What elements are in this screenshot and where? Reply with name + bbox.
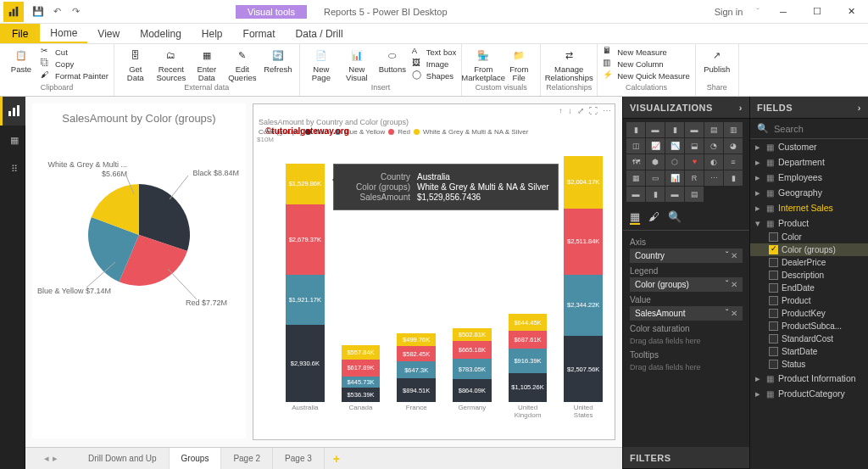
bar-chart-visual[interactable]: ↑ ↓ ⤢ ⛶ ⋯ SalesAmount by Country and Col…	[253, 103, 615, 440]
field-row[interactable]: ProductKey	[750, 307, 868, 320]
new-visual-button[interactable]: 📊New Visual	[341, 46, 373, 81]
recent-sources-button[interactable]: 🗂Recent Sources	[155, 46, 187, 81]
manage-relationships-button[interactable]: ⇄Manage Relationships	[553, 46, 585, 81]
visual-type-button[interactable]: 🔻	[685, 154, 704, 170]
visual-type-button[interactable]: ▮	[626, 122, 645, 137]
visual-type-button[interactable]: R	[685, 170, 704, 186]
field-row[interactable]: Description	[750, 269, 868, 282]
report-canvas[interactable]: SalesAmount by Color (groups) White & Gr…	[25, 97, 622, 469]
image-button[interactable]: 🖼Image	[412, 58, 456, 70]
remove-icon[interactable]: ✕	[731, 280, 737, 289]
visual-type-button[interactable]: ▮	[646, 187, 665, 202]
page-tab[interactable]: Page 2	[221, 448, 273, 470]
bar-segment[interactable]: $1,529.86K	[286, 164, 325, 204]
field-row[interactable]: Product	[750, 294, 868, 307]
visual-type-button[interactable]: ≡	[724, 154, 743, 170]
filters-header[interactable]: FILTERS	[630, 453, 671, 463]
bar-column[interactable]: $864.09K$783.05K$665.18K$502.81K	[453, 328, 492, 402]
field-row[interactable]: Color (groups)	[750, 243, 868, 256]
bar-column[interactable]: $2,507.56K$2,344.22K$2,511.84K$2,004.17K	[564, 156, 603, 402]
bar-segment[interactable]: $1,105.26K	[509, 373, 548, 402]
bar-segment[interactable]: $644.45K	[509, 314, 548, 331]
field-row[interactable]: Color	[750, 231, 868, 243]
checkbox[interactable]	[769, 271, 778, 280]
visual-type-button[interactable]: ▦	[626, 170, 645, 186]
table-row[interactable]: ▸▦Internet Sales	[750, 200, 868, 215]
bar-segment[interactable]: $2,507.56K	[564, 336, 603, 402]
edit-queries-button[interactable]: ✎Edit Queries	[226, 46, 259, 81]
visual-type-button[interactable]: ▥	[724, 122, 743, 137]
page-tab[interactable]: Groups	[170, 448, 222, 470]
file-menu[interactable]: File	[0, 24, 40, 43]
buttons-button[interactable]: ⬭Buttons	[376, 46, 409, 74]
field-row[interactable]: DealerPrice	[750, 256, 868, 269]
page-tab[interactable]: Drill Down and Up	[76, 448, 170, 470]
more-options-icon[interactable]: ⋯	[603, 106, 611, 114]
field-row[interactable]: EndDate	[750, 282, 868, 294]
remove-icon[interactable]: ✕	[731, 309, 737, 318]
visual-type-button[interactable]: ⬓	[685, 138, 704, 154]
shapes-button[interactable]: ◯Shapes	[412, 70, 456, 81]
pie-chart-visual[interactable]: SalesAmount by Color (groups) White & Gr…	[32, 103, 246, 438]
drill-mode-icon[interactable]: ↓	[568, 106, 572, 114]
bar-segment[interactable]: $557.84K	[342, 345, 381, 360]
table-row[interactable]: ▸▦Employees	[750, 170, 868, 185]
bar-segment[interactable]: $665.18K	[453, 341, 492, 359]
redo-icon[interactable]: ↷	[68, 4, 83, 20]
table-row[interactable]: ▸▦Customer	[750, 139, 868, 154]
value-chip[interactable]: SalesAmountˇ ✕	[630, 306, 743, 321]
checkbox[interactable]	[769, 360, 778, 369]
paste-button[interactable]: 📋Paste	[5, 46, 37, 74]
checkbox[interactable]	[769, 283, 778, 293]
bar-segment[interactable]: $502.81K	[453, 328, 492, 342]
new-page-button[interactable]: 📄New Page	[305, 46, 337, 81]
legend-chip[interactable]: Color (groups)ˇ ✕	[630, 277, 743, 292]
analytics-tab-icon[interactable]: 🔍	[668, 210, 682, 225]
visual-type-button[interactable]: ▬	[685, 122, 704, 137]
checkbox[interactable]	[769, 334, 778, 343]
visual-type-button[interactable]: ⬢	[646, 154, 665, 170]
tab-view[interactable]: View	[87, 24, 130, 43]
focus-mode-icon[interactable]: ⛶	[589, 106, 598, 114]
tab-data-drill[interactable]: Data / Drill	[286, 24, 353, 43]
bar-column[interactable]: $2,930.6K$1,921.17K$2,679.37K$1,529.86K	[286, 164, 325, 402]
visual-type-button[interactable]: ▭	[646, 170, 665, 186]
visual-type-button[interactable]: ▤	[685, 187, 704, 202]
bar-column[interactable]: $536.39K$445.73K$617.89K$557.84K	[342, 345, 381, 402]
visual-type-button[interactable]: ◕	[724, 138, 743, 154]
checkbox[interactable]	[769, 245, 778, 254]
signin-link[interactable]: Sign in	[715, 7, 743, 17]
help-icon[interactable]: ˇ	[756, 7, 760, 17]
checkbox[interactable]	[769, 347, 778, 356]
tab-format[interactable]: Format	[233, 24, 286, 43]
visual-type-button[interactable]: ▮	[665, 122, 684, 137]
checkbox[interactable]	[769, 309, 778, 318]
visual-type-button[interactable]: ◔	[704, 138, 723, 154]
table-row[interactable]: ▸▦Product Information	[750, 371, 868, 386]
refresh-button[interactable]: 🔄Refresh	[262, 46, 294, 74]
visual-type-button[interactable]: 🗺	[626, 154, 645, 170]
visual-type-button[interactable]: 📊	[665, 170, 684, 186]
bar-segment[interactable]: $647.3K	[397, 361, 436, 378]
fields-search[interactable]: 🔍Search	[750, 119, 868, 139]
bar-column[interactable]: $894.51K$647.3K$582.45K$499.76K	[397, 333, 436, 402]
maximize-button[interactable]: ☐	[800, 0, 834, 24]
axis-chip[interactable]: Countryˇ ✕	[630, 248, 743, 263]
checkbox[interactable]	[769, 258, 778, 267]
remove-icon[interactable]: ✕	[731, 251, 737, 260]
new-column-button[interactable]: ▥New Column	[603, 58, 690, 70]
minimize-button[interactable]: ─	[766, 0, 800, 24]
get-data-button[interactable]: 🗄Get Data	[120, 46, 152, 81]
publish-button[interactable]: ↗Publish	[701, 46, 733, 74]
bar-segment[interactable]: $2,679.37K	[286, 204, 325, 275]
visual-type-button[interactable]: ▮	[724, 170, 743, 186]
format-tab-icon[interactable]: 🖌	[648, 210, 659, 225]
bar-segment[interactable]: $536.39K	[342, 388, 381, 402]
checkbox[interactable]	[769, 232, 778, 242]
data-view-tab[interactable]: ▦	[0, 126, 25, 154]
cut-button[interactable]: ✂Cut	[41, 46, 108, 58]
table-row[interactable]: ▸▦Department	[750, 154, 868, 170]
add-page-button[interactable]: +	[325, 452, 348, 466]
bar-segment[interactable]: $617.89K	[342, 360, 381, 376]
bar-segment[interactable]: $894.51K	[397, 378, 436, 402]
